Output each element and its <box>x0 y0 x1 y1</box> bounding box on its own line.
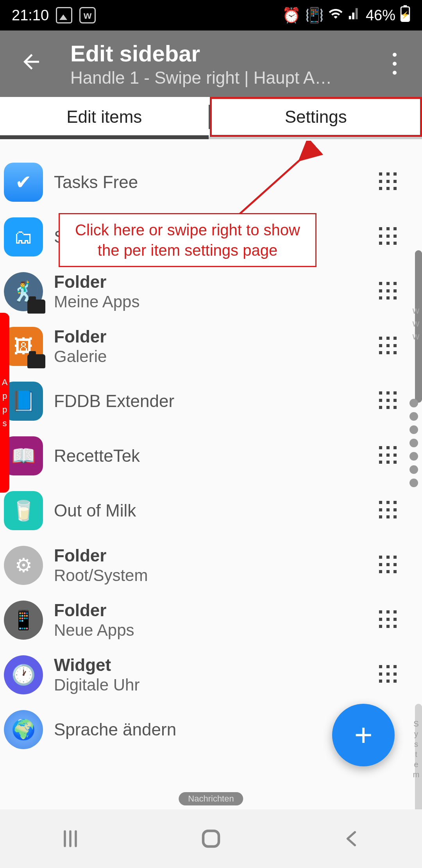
alarm-icon: ⏰ <box>282 7 300 24</box>
item-title: Folder <box>54 272 368 292</box>
list-item[interactable]: 📘 FDDB Extender <box>0 374 422 429</box>
folder-badge-icon <box>27 299 45 314</box>
page-subtitle: Handle 1 - Swipe right | Haupt A… <box>70 68 387 88</box>
side-dots[interactable] <box>409 399 418 487</box>
folder-root-system-icon: ⚙ <box>4 546 43 585</box>
svg-rect-5 <box>203 831 219 846</box>
clock-widget-icon: 🕐 <box>4 655 43 694</box>
folder-neue-apps-icon: 📱 <box>4 601 43 640</box>
item-title: RecetteTek <box>54 446 368 466</box>
battery-text: 46% <box>366 7 395 24</box>
wifi-icon <box>328 6 343 25</box>
list-item[interactable]: 🖼 Folder Galerie <box>0 319 422 374</box>
drag-handle-icon[interactable] <box>379 282 399 301</box>
svg-text:⚡: ⚡ <box>401 10 409 19</box>
overflow-menu-button[interactable] <box>387 50 402 77</box>
tabs: Edit items Settings <box>0 97 422 139</box>
page-title: Edit sidebar <box>70 40 387 66</box>
drag-handle-icon[interactable] <box>379 665 399 685</box>
tab-settings[interactable]: Settings <box>210 97 422 137</box>
toolbar: Edit sidebar Handle 1 - Swipe right | Ha… <box>0 30 422 97</box>
drag-handle-icon[interactable] <box>379 172 399 192</box>
vibrate-icon: 📳 <box>305 7 324 24</box>
list-item[interactable]: 🕺 Folder Meine Apps <box>0 264 422 319</box>
list-item[interactable]: 🥛 Out of Milk <box>0 483 422 538</box>
drag-handle-icon[interactable] <box>379 227 399 247</box>
drag-handle-icon[interactable] <box>379 337 399 356</box>
apps-handle[interactable]: Apps <box>0 313 9 493</box>
item-subtitle: Galerie <box>54 347 368 366</box>
nav-recents-button[interactable] <box>57 825 84 852</box>
item-title: Folder <box>54 601 368 620</box>
item-title: FDDB Extender <box>54 391 368 411</box>
tasks-free-icon: ✔ <box>4 163 43 202</box>
item-title: Out of Milk <box>54 501 368 520</box>
nachrichten-pill[interactable]: Nachrichten <box>179 792 243 805</box>
item-title: Folder <box>54 546 368 565</box>
list-item[interactable]: 📱 Folder Neue Apps <box>0 593 422 647</box>
folder-badge-icon <box>27 354 45 368</box>
annotation-callout: Click here or swipe right to show the pe… <box>59 213 316 267</box>
out-of-milk-icon: 🥛 <box>4 491 43 530</box>
item-title: Widget <box>54 655 368 675</box>
tab-edit-items[interactable]: Edit items <box>0 97 209 137</box>
drag-handle-icon[interactable] <box>379 556 399 575</box>
item-subtitle: Neue Apps <box>54 621 368 640</box>
system-handle[interactable]: System <box>411 719 420 780</box>
status-bar: 21:10 w ⏰ 📳 46% ⚡ <box>0 0 422 30</box>
drag-handle-icon[interactable] <box>379 501 399 520</box>
signal-icon <box>348 7 361 24</box>
list-item[interactable]: 📖 RecetteTek <box>0 429 422 483</box>
item-title: Tasks Free <box>54 172 368 192</box>
nav-home-button[interactable] <box>197 825 225 852</box>
item-subtitle: Root/System <box>54 566 368 585</box>
status-left: 21:10 w <box>12 7 96 24</box>
list-item[interactable]: 🕐 Widget Digitale Uhr <box>0 647 422 702</box>
status-right: ⏰ 📳 46% ⚡ <box>282 5 410 26</box>
drag-handle-icon[interactable] <box>379 391 399 411</box>
list-item[interactable]: ✔ Tasks Free <box>0 155 422 210</box>
solid-explorer-icon: 🗂 <box>4 217 43 256</box>
w-app-icon: w <box>79 7 96 23</box>
add-fab[interactable]: + <box>332 704 395 766</box>
recettetek-icon: 📖 <box>4 436 43 475</box>
fddb-extender-icon: 📘 <box>4 382 43 421</box>
battery-icon: ⚡ <box>400 5 410 26</box>
title-block: Edit sidebar Handle 1 - Swipe right | Ha… <box>70 40 387 88</box>
status-time: 21:10 <box>12 7 49 24</box>
android-navbar <box>0 809 422 868</box>
drag-handle-icon[interactable] <box>379 446 399 466</box>
back-button[interactable] <box>20 50 47 77</box>
svg-rect-1 <box>404 5 407 7</box>
list-item[interactable]: ⚙ Folder Root/System <box>0 538 422 593</box>
drag-handle-icon[interactable] <box>379 610 399 630</box>
picture-icon <box>56 7 72 23</box>
item-title: Folder <box>54 327 368 346</box>
item-subtitle: Digitale Uhr <box>54 676 368 694</box>
globe-icon: 🌍 <box>4 710 43 749</box>
item-subtitle: Meine Apps <box>54 292 368 311</box>
nav-back-button[interactable] <box>338 825 365 852</box>
www-handle[interactable]: www <box>410 305 421 344</box>
